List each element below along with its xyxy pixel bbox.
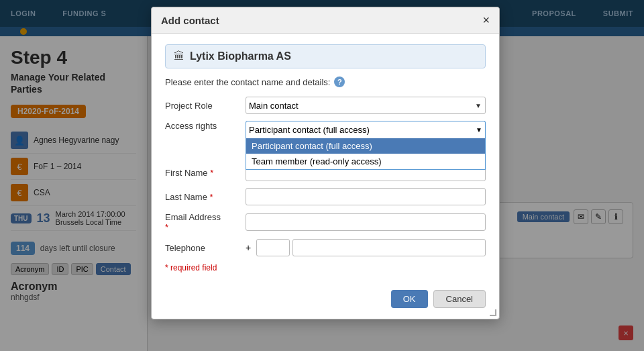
ok-button[interactable]: OK — [391, 290, 428, 308]
email-row: Email Address * — [165, 212, 486, 232]
access-rights-dropdown: Participant contact (full access) Team m… — [246, 138, 486, 170]
last-name-input[interactable] — [246, 188, 486, 205]
required-note: * required field — [165, 263, 486, 272]
phone-number-input[interactable] — [292, 239, 486, 256]
modal-title: Add contact — [161, 15, 219, 26]
last-name-required: * — [210, 192, 213, 202]
add-contact-modal: Add contact × 🏛 Lytix Biopharma AS Pleas… — [151, 7, 500, 319]
access-rights-row: Access rights Participant contact (full … — [165, 121, 486, 138]
modal-body: 🏛 Lytix Biopharma AS Please enter the co… — [152, 34, 499, 283]
last-name-label: Last Name * — [165, 192, 246, 202]
access-rights-arrow: ▼ — [476, 126, 482, 134]
first-name-label: First Name * — [165, 168, 246, 178]
phone-plus: + — [246, 242, 251, 253]
phone-country-input[interactable] — [256, 239, 290, 256]
email-label: Email Address * — [165, 212, 246, 232]
project-role-label: Project Role — [165, 101, 246, 111]
access-rights-wrapper: Participant contact (full access) ▼ Part… — [246, 121, 486, 138]
project-role-row: Project Role Main contact Team member ▼ — [165, 97, 486, 114]
project-role-select[interactable]: Main contact Team member — [246, 97, 486, 114]
modal-footer: OK Cancel — [152, 283, 499, 319]
modal-header: Add contact × — [152, 7, 499, 34]
org-name: Lytix Biopharma AS — [190, 50, 291, 62]
email-required: * — [165, 222, 168, 232]
first-name-required: * — [210, 168, 213, 178]
last-name-row: Last Name * — [165, 188, 486, 205]
access-rights-option-0[interactable]: Participant contact (full access) — [246, 138, 485, 154]
access-rights-option-1[interactable]: Team member (read-only access) — [246, 154, 485, 169]
resize-handle[interactable] — [490, 309, 496, 316]
modal-close-button[interactable]: × — [482, 14, 490, 26]
instruction-text: Please enter the contact name and detail… — [165, 77, 330, 87]
modal-instruction: Please enter the contact name and detail… — [165, 77, 486, 87]
cancel-button[interactable]: Cancel — [433, 290, 486, 308]
telephone-label: Telephone — [165, 243, 246, 253]
telephone-row: Telephone + — [165, 239, 486, 256]
email-input[interactable] — [246, 213, 486, 231]
modal-org-header: 🏛 Lytix Biopharma AS — [165, 44, 486, 68]
access-rights-label: Access rights — [165, 121, 246, 131]
project-role-select-wrapper: Main contact Team member ▼ — [246, 97, 486, 114]
help-icon[interactable]: ? — [334, 77, 345, 87]
telephone-fields: + — [246, 239, 486, 256]
org-icon: 🏛 — [174, 50, 184, 62]
access-rights-value: Participant contact (full access) — [249, 125, 476, 135]
